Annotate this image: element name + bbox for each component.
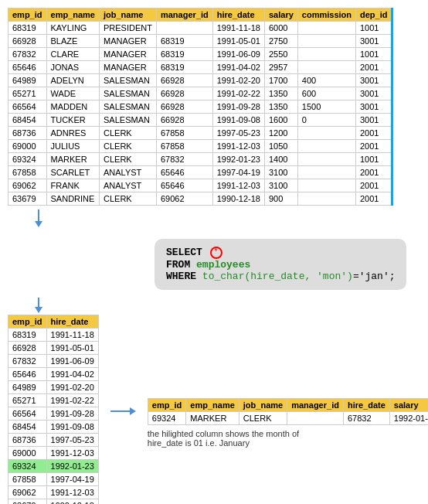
cell-6-0: 66564	[8, 407, 47, 421]
cell-1-0: 66928	[8, 35, 47, 48]
cell-12-6	[297, 179, 355, 192]
cell-5-0: 65271	[8, 87, 47, 100]
cell-10-2: CLERK	[100, 153, 157, 166]
cell-8-3: 67858	[156, 127, 212, 140]
table-row: 678581997-04-19	[8, 473, 99, 486]
table-row: 652711991-02-22	[8, 394, 99, 407]
cell-7-2: SALESMAN	[100, 114, 157, 127]
cell-4-3: 66928	[156, 74, 212, 87]
cell-3-4: 1991-04-02	[212, 61, 264, 74]
cell-9-2: CLERK	[100, 140, 157, 153]
cell-2-7: 1001	[356, 48, 392, 61]
cell-13-0: 63679	[8, 192, 47, 206]
cell-11-7: 2001	[356, 166, 392, 179]
cell-0-5: 6000	[265, 22, 298, 35]
cell-3-0: 65646	[8, 61, 47, 74]
cell-1-5: 2750	[265, 35, 298, 48]
table-row: 690001991-12-03	[8, 447, 99, 460]
cell-11-1: 1997-04-19	[46, 473, 98, 486]
cell-7-3: 66928	[156, 114, 212, 127]
cell-5-0: 65271	[8, 394, 47, 407]
table-row: 66928BLAZEMANAGER683191991-05-0127503001	[8, 35, 392, 48]
cell-11-1: SCARLET	[46, 166, 99, 179]
cell-0-7: 1001	[356, 22, 392, 35]
table-row: 687361997-05-23	[8, 434, 99, 447]
table-row: 665641991-09-28	[8, 407, 99, 421]
cell-6-3: 66928	[156, 100, 212, 114]
cell-1-7: 3001	[356, 35, 392, 48]
cell-12-3: 65646	[156, 179, 212, 192]
table-row: 67832CLAREMANAGER683191991-06-0925501001	[8, 48, 392, 61]
cell-5-6: 600	[297, 87, 355, 100]
cell-2-0: 67832	[8, 355, 47, 368]
table-row: 669281991-05-01	[8, 342, 99, 355]
cell-8-0: 68736	[8, 127, 47, 140]
cell-2-5: 2550	[265, 48, 298, 61]
table-row: 65271WADESALESMAN669281991-02-2213506003…	[8, 87, 392, 100]
cell-10-0: 69324	[8, 460, 47, 473]
cell-9-6	[297, 140, 355, 153]
cell-4-0: 64989	[8, 74, 47, 87]
cell-6-5: 1350	[265, 100, 298, 114]
table-row: 69324MARKERCLERK678321992-01-2314001001	[8, 153, 392, 166]
col-header-emp_id: emp_id	[8, 315, 47, 329]
table-row: 66564MADDENSALESMAN669281991-09-28135015…	[8, 100, 392, 114]
col-header-hire_date: hire_date	[212, 9, 264, 22]
table-row: 63679SANDRINECLERK690621990-12-189002001	[8, 192, 392, 206]
cell-7-1: TUCKER	[46, 114, 99, 127]
cell-9-7: 2001	[356, 140, 392, 153]
cell-5-7: 3001	[356, 87, 392, 100]
cell-8-6	[297, 127, 355, 140]
cell-2-4: 1991-06-09	[212, 48, 264, 61]
star-icon: *	[210, 247, 222, 259]
filtered-emp-table-wrapper: emp_idhire_date 683191991-11-18669281991…	[8, 315, 99, 504]
table-row: 649891991-02-20	[8, 381, 99, 394]
cell-4-6: 400	[297, 74, 355, 87]
from-keyword: FROM	[166, 259, 190, 271]
select-keyword: SELECT	[166, 247, 202, 258]
table-row: 693241992-01-23	[8, 460, 99, 473]
cell-0-2: CLERK	[239, 412, 287, 425]
cell-0-3	[287, 412, 344, 425]
cell-7-5: 1600	[265, 114, 298, 127]
cell-4-7: 3001	[356, 74, 392, 87]
cell-2-2: MANAGER	[100, 48, 157, 61]
cell-8-1: 1997-05-23	[46, 434, 98, 447]
cell-2-0: 67832	[8, 48, 47, 61]
cell-3-3: 68319	[156, 61, 212, 74]
cell-7-1: 1991-09-08	[46, 421, 98, 434]
cell-1-6	[297, 35, 355, 48]
cell-1-4: 1991-05-01	[212, 35, 264, 48]
col-header-job_name: job_name	[100, 9, 157, 22]
cell-6-7: 3001	[356, 100, 392, 114]
cell-13-4: 1990-12-18	[212, 192, 264, 206]
cell-7-6: 0	[297, 114, 355, 127]
table-row: 683191991-11-18	[8, 329, 99, 342]
col-header-job_name: job_name	[239, 399, 287, 412]
cell-5-3: 66928	[156, 87, 212, 100]
cell-3-7: 2001	[356, 61, 392, 74]
cell-10-1: MARKER	[46, 153, 99, 166]
cell-13-1: SANDRINE	[46, 192, 99, 206]
cell-0-6	[297, 22, 355, 35]
cell-1-3: 68319	[156, 35, 212, 48]
cell-3-1: JONAS	[46, 61, 99, 74]
cell-10-4: 1992-01-23	[212, 153, 264, 166]
cell-9-1: 1991-12-03	[46, 447, 98, 460]
col-header-emp_id: emp_id	[8, 9, 47, 22]
cell-10-5: 1400	[265, 153, 298, 166]
function-text: to_char(hire_date, 'mon')	[202, 271, 353, 282]
cell-1-0: 66928	[8, 342, 47, 355]
cell-4-1: ADELYN	[46, 74, 99, 87]
cell-4-4: 1991-02-20	[212, 74, 264, 87]
col-header-salary: salary	[389, 399, 428, 412]
cell-13-6	[297, 192, 355, 206]
cell-4-5: 1700	[265, 74, 298, 87]
table-row: 69062FRANKANALYST656461991-12-0331002001	[8, 179, 392, 192]
col-header-emp_name: emp_name	[186, 399, 239, 412]
cell-10-6	[297, 153, 355, 166]
cell-0-1: MARKER	[186, 412, 239, 425]
cell-13-3: 69062	[156, 192, 212, 206]
cell-0-3	[156, 22, 212, 35]
cell-1-2: MANAGER	[100, 35, 157, 48]
